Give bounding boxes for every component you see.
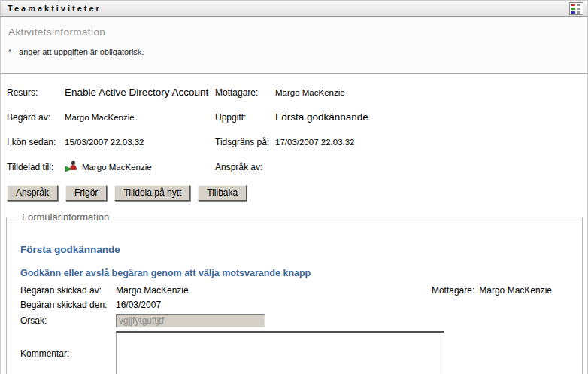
team-activities-window: Teamaktiviteter Aktivitetsinformation * … — [0, 0, 588, 374]
activity-detail-fields: Resurs: Enable Active Directory Account … — [1, 74, 587, 179]
sent-on-value: 16/03/2007 — [116, 300, 161, 310]
panel-heading: Aktivitetsinformation — [8, 26, 580, 38]
sent-by-label: Begäran skickad av: — [20, 285, 116, 296]
requested-by-value: Margo MacKenzie — [65, 113, 215, 122]
reason-row: Orsak: — [20, 314, 574, 327]
release-button[interactable]: Frigör — [65, 185, 107, 201]
recipient-label: Mottagare: — [215, 87, 275, 98]
form-recipient-value: Margo MacKenzie — [479, 285, 552, 296]
grid-palette-icon — [571, 4, 581, 14]
form-recipient-label: Mottagare: — [432, 285, 474, 296]
in-queue-label: I kön sedan: — [7, 137, 65, 147]
claimed-by-label: Anspråk av: — [215, 162, 275, 172]
comment-row: Kommentar: — [20, 331, 574, 374]
comment-label: Kommentar: — [20, 348, 116, 359]
required-field-note: * - anger att uppgiften är obligatorisk. — [8, 47, 580, 56]
assigned-to-label: Tilldelad till: — [7, 162, 65, 172]
sent-on-label: Begäran skickad den: — [20, 300, 116, 310]
action-button-row: Anspråk Frigör Tilldela på nytt Tillbaka — [1, 179, 587, 208]
assigned-to-value: Margo MacKenzie — [82, 163, 152, 172]
form-instruction: Godkänn eller avslå begäran genom att vä… — [20, 268, 574, 278]
resource-label: Resurs: — [7, 87, 65, 98]
requested-by-label: Begärd av: — [7, 112, 65, 123]
assigned-to-value-group: Margo MacKenzie — [65, 160, 215, 173]
window-titlebar: Teamaktiviteter — [0, 0, 588, 17]
window-title: Teamaktiviteter — [8, 4, 102, 13]
in-queue-value: 15/03/2007 22:03:32 — [65, 138, 215, 147]
sent-by-row: Begäran skickad av: Margo MacKenzie Mott… — [20, 285, 574, 296]
claim-button[interactable]: Anspråk — [7, 185, 58, 201]
sent-by-value: Margo MacKenzie — [116, 285, 189, 296]
deadline-value: 17/03/2007 22:03:32 — [275, 138, 587, 147]
user-with-green-arrow-icon — [65, 160, 78, 173]
deadline-label: Tidsgräns på: — [215, 137, 275, 147]
form-recipient-group: Mottagare: Margo MacKenzie — [432, 285, 552, 296]
back-button[interactable]: Tillbaka — [198, 185, 247, 201]
resource-value: Enable Active Directory Account — [65, 87, 215, 98]
task-value: Första godkännande — [275, 111, 587, 123]
form-information-legend: Formulärinformation — [18, 211, 113, 223]
reassign-button[interactable]: Tilldela på nytt — [114, 185, 190, 201]
sent-on-row: Begäran skickad den: 16/03/2007 — [20, 300, 574, 310]
portlet-options-button[interactable] — [569, 2, 583, 15]
activity-info-panel: Aktivitetsinformation * - anger att uppg… — [1, 17, 587, 74]
reason-input[interactable] — [116, 314, 265, 327]
form-information-fieldset: Formulärinformation Första godkännande G… — [6, 211, 583, 374]
content-area: Aktivitetsinformation * - anger att uppg… — [0, 17, 588, 374]
recipient-value: Margo MacKenzie — [275, 88, 587, 97]
comment-textarea[interactable] — [116, 331, 444, 374]
reason-label: Orsak: — [20, 315, 116, 326]
task-label: Uppgift: — [215, 112, 275, 123]
form-title: Första godkännande — [20, 244, 574, 255]
